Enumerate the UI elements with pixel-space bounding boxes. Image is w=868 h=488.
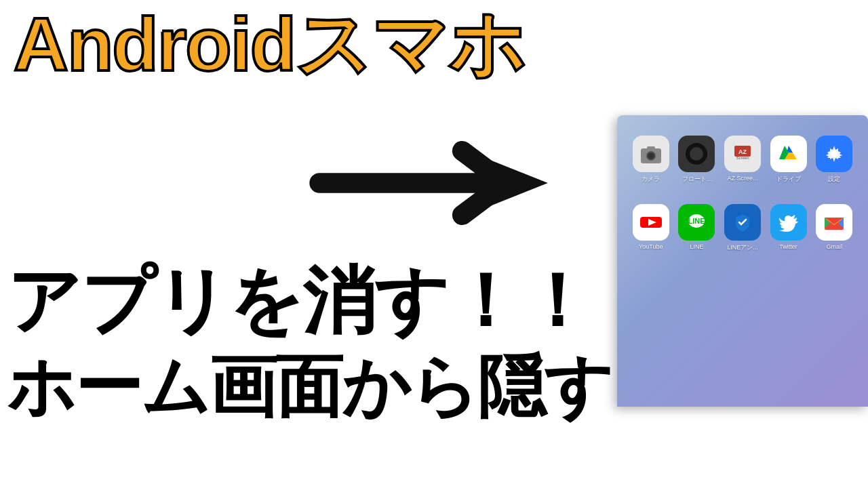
app-drive[interactable]: ドライブ (768, 136, 809, 184)
youtube-icon (633, 204, 669, 241)
line-an-label: LINEアン... (727, 243, 758, 252)
float-icon (678, 136, 715, 172)
az-icon: AZ Screen (724, 136, 761, 172)
app-twitter[interactable]: Twitter (768, 204, 809, 252)
svg-text:AZ: AZ (738, 148, 747, 155)
gmail-icon (816, 204, 852, 241)
youtube-label: YouTube (639, 243, 663, 250)
drive-label: ドライブ (776, 175, 801, 184)
gmail-label: Gmail (826, 243, 842, 250)
app-camera[interactable]: カメラ (631, 136, 671, 184)
main-title: Androidスマホ (14, 7, 525, 83)
app-line[interactable]: LINE LINE (677, 204, 717, 252)
subtitle-line2: ホーム画面から隠す (7, 352, 612, 420)
app-grid-row1: カメラ フロート... AZ (624, 129, 861, 190)
twitter-label: Twitter (779, 243, 797, 250)
svg-text:Screen: Screen (736, 156, 749, 160)
camera-label: カメラ (642, 175, 660, 184)
twitter-icon (770, 204, 807, 241)
app-grid-row2: YouTube LINE LINE (624, 197, 861, 259)
phone-screen: カメラ フロート... AZ (617, 115, 868, 407)
line-an-icon (724, 204, 761, 241)
app-gmail[interactable]: Gmail (814, 204, 854, 252)
svg-rect-4 (647, 146, 655, 150)
svg-marker-0 (477, 155, 548, 211)
line-icon: LINE (678, 204, 715, 241)
app-youtube[interactable]: YouTube (631, 204, 671, 252)
svg-point-6 (690, 147, 703, 161)
svg-point-3 (648, 152, 654, 159)
app-az[interactable]: AZ Screen AZ Scree... (722, 136, 763, 184)
drive-icon (770, 136, 807, 172)
app-float[interactable]: フロート... (677, 136, 717, 184)
settings-icon (816, 136, 852, 172)
float-label: フロート... (682, 175, 712, 184)
app-line-an[interactable]: LINEアン... (722, 204, 763, 252)
settings-label: 設定 (828, 175, 840, 184)
az-label: AZ Scree... (727, 175, 757, 182)
arrow-graphic (305, 136, 576, 230)
app-settings[interactable]: 設定 (814, 136, 854, 184)
camera-icon (633, 136, 669, 172)
line-label: LINE (690, 243, 703, 250)
subtitle-line1: アプリを消す！！ (7, 264, 592, 338)
svg-text:LINE: LINE (688, 217, 705, 225)
